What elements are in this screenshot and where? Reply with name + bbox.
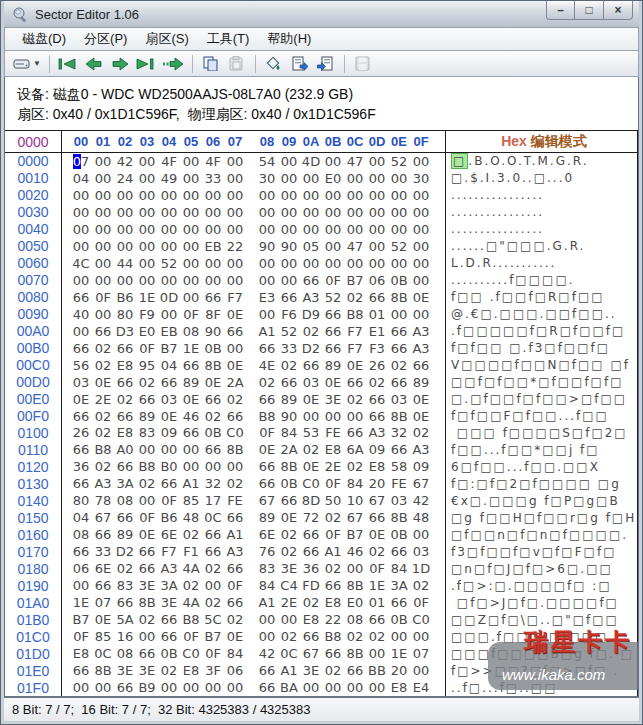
hex-byte[interactable]: 0B	[388, 527, 410, 542]
hex-byte[interactable]: 66	[388, 375, 410, 390]
hex-byte[interactable]: 56	[70, 358, 92, 373]
hex-byte[interactable]: 66	[278, 290, 300, 305]
hex-byte[interactable]: 02	[300, 595, 322, 610]
hex-byte[interactable]: 72	[300, 510, 322, 525]
hex-byte[interactable]: F7	[344, 324, 366, 339]
hex-byte[interactable]: 4D	[300, 154, 322, 169]
hex-byte[interactable]: 07	[92, 595, 114, 610]
hex-byte[interactable]: 00	[180, 188, 202, 203]
hex-byte[interactable]: E0	[136, 324, 158, 339]
hex-byte[interactable]: BA	[278, 680, 300, 695]
hex-byte[interactable]: 00	[344, 205, 366, 220]
hex-byte[interactable]: 00	[70, 188, 92, 203]
ascii-cell[interactable]: f□f□□F□f□□...f□□	[446, 408, 638, 425]
hex-byte[interactable]: 0E	[92, 375, 114, 390]
hex-byte[interactable]: 02	[366, 629, 388, 644]
hex-byte[interactable]: 02	[278, 629, 300, 644]
hex-byte[interactable]: 8B	[136, 595, 158, 610]
hex-byte[interactable]: 66	[114, 375, 136, 390]
hex-byte[interactable]: 02	[300, 324, 322, 339]
hex-byte[interactable]: 00	[224, 680, 246, 695]
hex-byte[interactable]: 66	[158, 612, 180, 627]
ascii-cell[interactable]: □.□f□□f□f□□>□f□□	[446, 391, 638, 408]
ascii-cell[interactable]: □f□>J□f□.□□□□f□	[446, 594, 638, 611]
hex-byte[interactable]: 00	[344, 222, 366, 237]
hex-byte[interactable]: 0E	[70, 392, 92, 407]
hex-byte[interactable]: A1	[322, 544, 344, 559]
hex-byte[interactable]: 00	[278, 256, 300, 271]
hex-byte[interactable]: 02	[202, 409, 224, 424]
hex-byte[interactable]: 03	[388, 493, 410, 508]
hex-byte[interactable]: 66	[300, 273, 322, 288]
hex-byte[interactable]: 0F	[136, 341, 158, 356]
ascii-cell[interactable]: f□□ .f□□f□R□f□□	[446, 289, 638, 306]
hex-byte[interactable]: 3E	[136, 663, 158, 678]
hex-byte[interactable]: 00	[256, 629, 278, 644]
hex-byte[interactable]: 67	[256, 493, 278, 508]
hex-byte[interactable]: 00	[202, 205, 224, 220]
hex-byte[interactable]: 02	[202, 561, 224, 576]
hex-byte[interactable]: A1	[256, 595, 278, 610]
hex-byte[interactable]: 22	[322, 612, 344, 627]
hex-byte[interactable]: 40	[70, 307, 92, 322]
hex-byte[interactable]: 00	[136, 442, 158, 457]
hex-byte[interactable]: 66	[202, 290, 224, 305]
hex-byte[interactable]: 0E	[224, 307, 246, 322]
hex-byte[interactable]: 00	[256, 256, 278, 271]
hex-byte[interactable]: 00	[202, 680, 224, 695]
hex-byte[interactable]: 1D	[410, 561, 432, 576]
hex-byte[interactable]: D2	[300, 341, 322, 356]
hex-byte[interactable]: 47	[344, 154, 366, 169]
ascii-cell[interactable]: □.B.O.O.T.M.G.R.	[446, 153, 638, 170]
hex-byte[interactable]: 00	[278, 205, 300, 220]
hex-byte[interactable]: 3E	[300, 663, 322, 678]
hex-byte[interactable]: 47	[344, 239, 366, 254]
hex-byte[interactable]: E3	[256, 290, 278, 305]
hex-byte[interactable]: A3	[92, 476, 114, 491]
hex-byte[interactable]: 00	[224, 222, 246, 237]
ascii-cell[interactable]: □.$.I.3.0..□...0	[446, 170, 638, 187]
hex-byte[interactable]: 89	[114, 527, 136, 542]
hex-byte[interactable]: 2A	[224, 375, 246, 390]
hex-byte[interactable]: 8B	[224, 442, 246, 457]
hex-byte[interactable]: 89	[256, 510, 278, 525]
hex-byte[interactable]: 33	[92, 544, 114, 559]
hex-byte[interactable]: 00	[256, 188, 278, 203]
hex-byte[interactable]: 26	[366, 358, 388, 373]
ascii-cell[interactable]: f□f□□ □.f3□f□□f□	[446, 340, 638, 357]
hex-byte[interactable]: 78	[92, 493, 114, 508]
hex-byte[interactable]: 00	[256, 222, 278, 237]
hex-byte[interactable]: 00	[366, 239, 388, 254]
hex-byte[interactable]: 00	[158, 680, 180, 695]
disk-selector-button[interactable]: ▼	[11, 53, 43, 75]
hex-byte[interactable]: 26	[70, 425, 92, 440]
hex-byte[interactable]: 02	[300, 442, 322, 457]
hex-byte[interactable]: 0F	[92, 290, 114, 305]
hex-byte[interactable]: 00	[344, 409, 366, 424]
hex-byte[interactable]: 0F	[224, 578, 246, 593]
hex-byte[interactable]: 0D	[158, 290, 180, 305]
hex-byte[interactable]: 66	[366, 510, 388, 525]
hex-byte[interactable]: 00	[344, 171, 366, 186]
hex-byte[interactable]: 0C	[92, 646, 114, 661]
hex-byte[interactable]: 0F	[322, 476, 344, 491]
hex-byte[interactable]: 00	[114, 205, 136, 220]
hex-byte[interactable]: 00	[322, 222, 344, 237]
hex-byte[interactable]: 89	[410, 375, 432, 390]
hex-byte[interactable]: A3	[300, 290, 322, 305]
hex-byte[interactable]: C0	[180, 646, 202, 661]
hex-byte[interactable]: 00	[224, 273, 246, 288]
menu-item-0[interactable]: 磁盘(D)	[13, 28, 75, 50]
hex-byte[interactable]: 66	[278, 375, 300, 390]
hex-byte[interactable]: 02	[344, 392, 366, 407]
ascii-cell[interactable]: V□□□□f□□N□f□□ □f	[446, 357, 638, 374]
nav-goto-button[interactable]	[160, 53, 186, 75]
hex-byte[interactable]: 0E	[202, 375, 224, 390]
hex-byte[interactable]: 00	[300, 188, 322, 203]
ascii-cell[interactable]: .f□□□□□f□R□f□□f□	[446, 323, 638, 340]
menu-item-2[interactable]: 扇区(S)	[136, 28, 197, 50]
hex-byte[interactable]: EB	[158, 324, 180, 339]
hex-byte[interactable]: 06	[70, 561, 92, 576]
hex-byte[interactable]: 00	[344, 256, 366, 271]
hex-byte[interactable]: 00	[388, 307, 410, 322]
